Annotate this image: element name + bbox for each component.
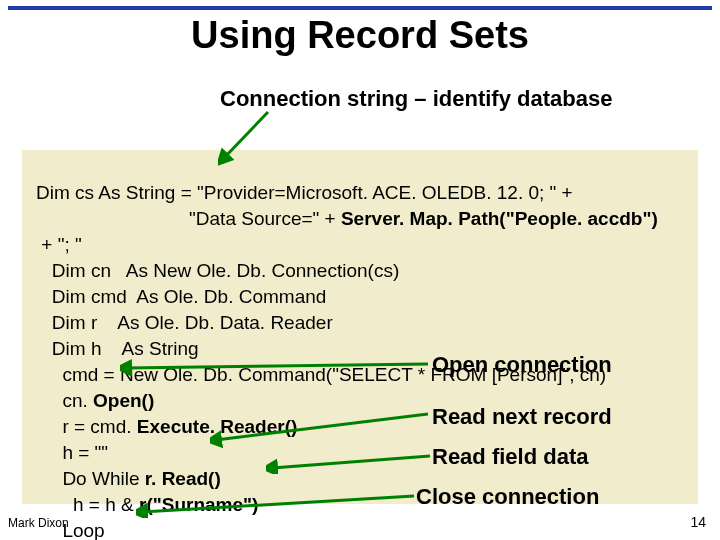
code-line: r = cmd. [36,416,137,437]
slide-title: Using Record Sets [0,14,720,57]
code-line: cn. [36,390,93,411]
arrow-icon [136,490,426,518]
annotation-field: Read field data [432,444,588,470]
top-accent-bar [8,6,712,10]
code-line: Dim cs As String = "Provider=Microsoft. … [36,182,573,203]
code-line: Dim r As Ole. Db. Data. Reader [36,312,333,333]
code-line: Dim cmd As Ole. Db. Command [36,286,326,307]
svg-line-4 [142,496,414,512]
code-bold: r. Read() [145,468,221,489]
slide-number: 14 [690,514,706,530]
code-line: Do While [36,468,145,489]
arrow-icon [120,352,440,376]
code-line: + "; " [36,234,82,255]
code-line: "Data Source=" + [36,208,341,229]
code-block: Dim cs As String = "Provider=Microsoft. … [36,154,696,540]
code-bold: Server. Map. Path("People. accdb") [341,208,658,229]
svg-line-3 [272,456,430,468]
arrow-icon [266,450,442,474]
slide: Using Record Sets Connection string – id… [0,0,720,540]
code-line: h = h & [36,494,139,515]
svg-line-2 [216,414,428,440]
footer-author: Mark Dixon [8,516,69,530]
svg-line-0 [224,112,268,158]
code-line: h = "" [36,442,108,463]
annotation-open: Open connection [432,352,612,378]
arrow-icon [218,108,278,168]
code-bold: Open() [93,390,154,411]
subtitle: Connection string – identify database [220,86,612,112]
annotation-next: Read next record [432,404,612,430]
arrow-icon [210,408,440,448]
svg-line-1 [126,364,428,368]
code-line: Dim cn As New Ole. Db. Connection(cs) [36,260,399,281]
annotation-close: Close connection [416,484,599,510]
